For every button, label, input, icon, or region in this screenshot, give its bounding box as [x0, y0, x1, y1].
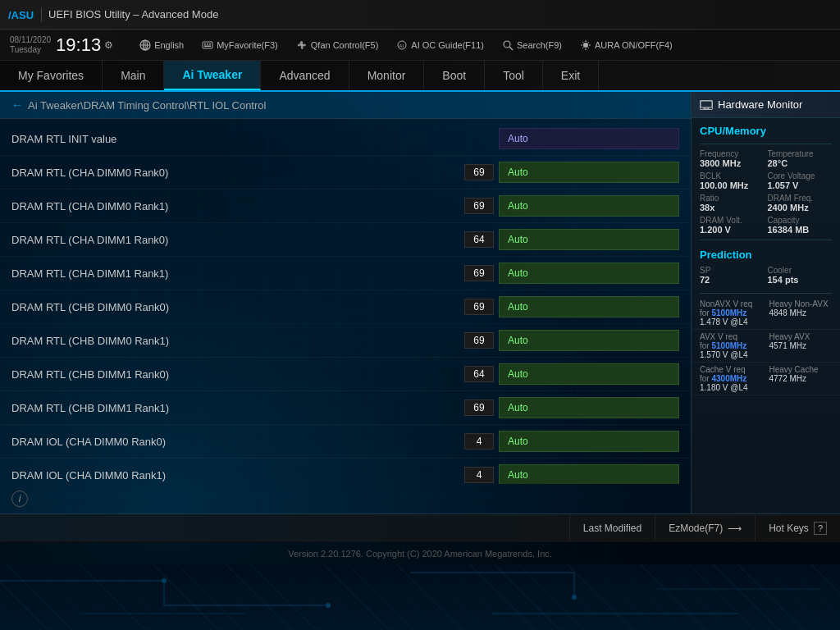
pred-block-cache: Cache V req for 4300MHz 1.180 V @L4 Heav… [692, 363, 840, 395]
ez-mode-label: EzMode(F7) [669, 523, 723, 534]
ratio-item: Ratio 38x [700, 194, 765, 212]
decorative-bar [0, 564, 840, 630]
svg-rect-9 [204, 45, 211, 47]
clock-gear-icon[interactable]: ⚙ [104, 39, 113, 51]
setting-dropdown[interactable]: Auto [499, 397, 679, 418]
svg-line-22 [587, 42, 589, 43]
version-bar: Version 2.20.1276. Copyright (C) 2020 Am… [0, 541, 840, 564]
ez-mode-button[interactable]: EzMode(F7) ⟶ [655, 514, 755, 541]
svg-point-32 [326, 603, 331, 608]
setting-label: DRAM RTL (CHA DIMM0 Rank1) [11, 200, 464, 212]
setting-label: DRAM RTL INIT value [11, 133, 499, 145]
ez-mode-arrow-icon: ⟶ [728, 523, 742, 534]
svg-rect-8 [209, 43, 211, 45]
setting-row-1[interactable]: DRAM RTL (CHA DIMM0 Rank1) 69 Auto [0, 189, 691, 223]
setting-label: DRAM RTL (CHB DIMM0 Rank0) [11, 301, 464, 313]
tab-tool[interactable]: Tool [485, 61, 543, 90]
tab-boot[interactable]: Boot [424, 61, 485, 90]
dram-volt-item: DRAM Volt. 1.200 V [700, 216, 765, 235]
ai-icon: AI [396, 39, 408, 51]
setting-label: DRAM IOL (CHA DIMM0 Rank0) [11, 436, 464, 448]
my-favorite-button[interactable]: MyFavorite(F3) [197, 38, 283, 52]
globe-icon [139, 39, 151, 51]
info-buttons: English MyFavorite(F3) Qfan Control(F5) … [135, 38, 830, 52]
hot-keys-question-icon: ? [814, 522, 827, 535]
setting-dropdown[interactable]: Auto [499, 162, 679, 183]
dram-freq-item: DRAM Freq. 2400 MHz [768, 194, 833, 212]
setting-row-5[interactable]: DRAM RTL (CHB DIMM0 Rank1) 69 Auto [0, 324, 691, 358]
header-bar: /ASUS UEFI BIOS Utility – Advanced Mode [0, 0, 840, 30]
search-button[interactable]: Search(F9) [497, 38, 567, 52]
info-icon[interactable]: i [11, 491, 28, 507]
version-text: Version 2.20.1276. Copyright (C) 2020 Am… [288, 549, 552, 559]
setting-row-7[interactable]: DRAM RTL (CHB DIMM1 Rank1) 69 Auto [0, 391, 691, 425]
setting-label: DRAM RTL (CHA DIMM0 Rank0) [11, 167, 464, 179]
tab-advanced[interactable]: Advanced [261, 61, 349, 90]
hardware-monitor-panel: Hardware Monitor CPU/Memory Frequency 38… [691, 92, 840, 514]
nav-bar: My Favorites Main Ai Tweaker Advanced Mo… [0, 61, 840, 92]
setting-value-auto[interactable]: Auto [499, 128, 679, 149]
setting-dropdown[interactable]: Auto [499, 363, 679, 385]
svg-rect-24 [701, 101, 712, 107]
setting-row-0[interactable]: DRAM RTL (CHA DIMM0 Rank0) 69 Auto [0, 156, 691, 189]
tab-ai-tweaker[interactable]: Ai Tweaker [164, 61, 261, 90]
info-bar: 08/11/2020 Tuesday 19:13 ⚙ English MyFav… [0, 30, 840, 61]
hw-monitor-header: Hardware Monitor [692, 92, 840, 118]
tab-my-favorites[interactable]: My Favorites [0, 61, 103, 90]
circuit-decoration [0, 564, 840, 630]
content-area: ← Ai Tweaker\DRAM Timing Control\RTL IOL… [0, 92, 840, 514]
ai-oc-button[interactable]: AI AI OC Guide(F11) [391, 38, 489, 52]
setting-dropdown[interactable]: Auto [499, 431, 679, 452]
language-button[interactable]: English [135, 38, 189, 52]
divider [700, 144, 832, 144]
cpu-memory-title: CPU/Memory [692, 118, 840, 140]
tab-exit[interactable]: Exit [543, 61, 599, 90]
sp-item: SP 72 [700, 266, 765, 285]
setting-row-dram-rtl-init[interactable]: DRAM RTL INIT value Auto [0, 122, 691, 156]
freq-label: Frequency 3800 MHz [700, 149, 765, 168]
setting-label: DRAM RTL (CHB DIMM1 Rank1) [11, 402, 464, 414]
settings-list: DRAM RTL INIT value Auto DRAM RTL (CHA D… [0, 119, 691, 484]
setting-label: DRAM RTL (CHA DIMM1 Rank1) [11, 267, 464, 280]
bios-title: UEFI BIOS Utility – Advanced Mode [48, 8, 832, 21]
setting-row-6[interactable]: DRAM RTL (CHB DIMM1 Rank0) 64 Auto [0, 358, 691, 391]
setting-num: 64 [464, 231, 494, 248]
setting-dropdown[interactable]: Auto [499, 296, 679, 317]
setting-row-3[interactable]: DRAM RTL (CHA DIMM1 Rank1) 69 Auto [0, 257, 691, 290]
setting-dropdown[interactable]: Auto [499, 330, 679, 351]
setting-row-2[interactable]: DRAM RTL (CHA DIMM1 Rank0) 64 Auto [0, 223, 691, 257]
setting-row-8[interactable]: DRAM IOL (CHA DIMM0 Rank0) 4 Auto [0, 425, 691, 459]
bclk-item: BCLK 100.00 MHz [700, 171, 765, 190]
last-modified-button[interactable]: Last Modified [569, 514, 655, 541]
aura-button[interactable]: AURA ON/OFF(F4) [575, 38, 678, 52]
setting-num: 69 [464, 265, 494, 281]
svg-text:AI: AI [399, 43, 404, 48]
svg-rect-7 [207, 43, 208, 45]
qfan-button[interactable]: Qfan Control(F5) [291, 38, 384, 52]
hot-keys-button[interactable]: Hot Keys ? [755, 514, 840, 541]
fan-icon [296, 39, 308, 51]
svg-point-36 [572, 595, 577, 600]
breadcrumb-path: Ai Tweaker\DRAM Timing Control\RTL IOL C… [28, 99, 266, 112]
core-voltage-item: Core Voltage 1.057 V [768, 171, 833, 190]
keyboard-icon [202, 39, 213, 51]
svg-point-15 [583, 43, 588, 48]
setting-dropdown[interactable]: Auto [499, 229, 679, 250]
setting-num: 69 [464, 164, 494, 180]
setting-row-4[interactable]: DRAM RTL (CHB DIMM0 Rank0) 69 Auto [0, 290, 691, 324]
svg-line-20 [582, 42, 584, 43]
setting-row-9[interactable]: DRAM IOL (CHA DIMM0 Rank1) 4 Auto [0, 459, 691, 484]
tab-monitor[interactable]: Monitor [349, 61, 425, 90]
back-button[interactable]: ← [11, 98, 23, 112]
hot-keys-label: Hot Keys [769, 523, 809, 534]
tab-main[interactable]: Main [103, 61, 164, 90]
left-panel: ← Ai Tweaker\DRAM Timing Control\RTL IOL… [0, 92, 691, 514]
setting-dropdown[interactable]: Auto [499, 195, 679, 217]
bottom-bar: Last Modified EzMode(F7) ⟶ Hot Keys ? [0, 514, 840, 541]
setting-dropdown[interactable]: Auto [499, 262, 679, 284]
asus-logo-icon: /ASUS [8, 7, 34, 22]
setting-dropdown[interactable]: Auto [499, 464, 679, 484]
setting-label: DRAM RTL (CHB DIMM1 Rank0) [11, 368, 464, 381]
setting-label: DRAM IOL (CHA DIMM0 Rank1) [11, 469, 464, 482]
info-icon-area: i [0, 484, 691, 514]
